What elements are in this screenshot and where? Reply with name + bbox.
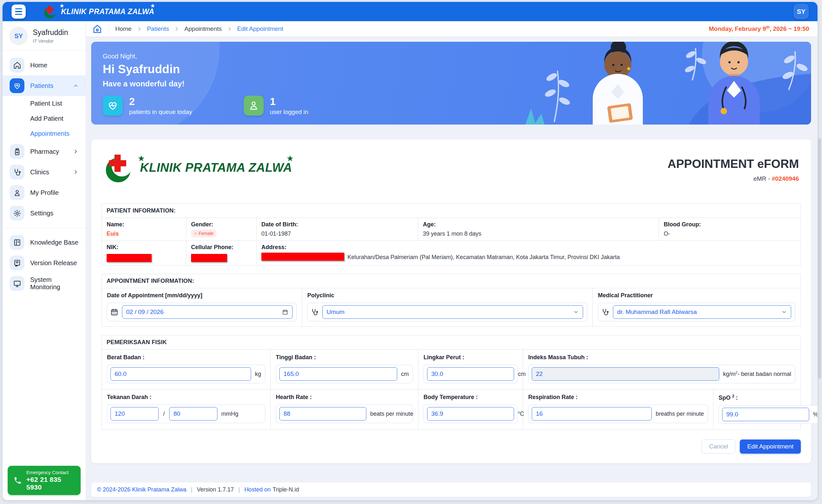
sidebar-item-appointments[interactable]: Appointments [3, 126, 86, 141]
greeting-subtitle: Have a wonderful day! [103, 79, 811, 88]
breadcrumb-appointments[interactable]: Appointments [184, 25, 222, 32]
sidebar-item-home[interactable]: Home [3, 55, 86, 75]
heart-rate-field: Hearth Rate : beats per minute [271, 389, 418, 430]
stat-patients-in-queue: 2 patients in queue today [103, 96, 192, 115]
footer: © 2024-2026 Klinik Pratama Zalwa | Versi… [91, 483, 811, 497]
stethoscope-icon [601, 308, 609, 316]
appointment-information-section: APPOINTMENT INFORMATION: Date of Appoint… [101, 274, 801, 327]
breadcrumb-home-icon[interactable] [92, 24, 102, 34]
spo2-field: SpO 2 : % [714, 389, 818, 430]
heart-rate-input[interactable] [279, 407, 366, 421]
tinggi-badan-input[interactable] [279, 367, 397, 381]
date-of-appointment-input[interactable]: 02 / 09 / 2026 [122, 305, 293, 319]
section-title: PEMERIKSAAN FISIK [102, 336, 801, 350]
hamburger-icon [15, 8, 22, 15]
cancel-button[interactable]: Cancel [702, 440, 735, 454]
patient-gender-cell: Gender: ♀ Female [186, 218, 257, 240]
body-temperature-input[interactable] [427, 407, 514, 421]
appointment-date-field: Date of Appointment [mm/dd/yyyy] 02 / 09… [102, 288, 302, 327]
heart-pulse-icon [103, 96, 123, 115]
page-scrollbar[interactable] [818, 138, 821, 379]
sidebar-item-add-patient[interactable]: Add Patient [3, 111, 86, 126]
calendar-icon [110, 308, 118, 316]
spo2-input[interactable] [722, 408, 809, 421]
patient-name: Euis [107, 230, 181, 237]
current-datetime: Monday, February 9th, 2026 ~ 19:50 [709, 25, 809, 32]
bmi-field: Indeks Massa Tubuh : kg/m2- berat badan … [523, 350, 801, 389]
sidebar-item-patient-list[interactable]: Patient List [3, 96, 86, 111]
tinggi-badan-field: Tinggi Badan : cm [271, 350, 418, 389]
footer-copyright-link[interactable]: © 2024-2026 Klinik Pratama Zalwa [97, 486, 186, 493]
greeting-name: Hi Syafruddin [103, 63, 811, 76]
person-icon [10, 185, 24, 200]
chevron-down-icon [573, 309, 579, 315]
form-clinic-name: ★KLINIK PRATAMA ZALWA★ [140, 161, 292, 175]
polyclinic-select[interactable]: Umum [322, 305, 583, 319]
user-icon [244, 96, 264, 115]
edit-appointment-button[interactable]: Edit Appointment [740, 440, 801, 454]
systolic-input[interactable] [110, 407, 158, 421]
stethoscope-icon [311, 308, 319, 316]
redacted-nik [107, 254, 151, 262]
polyclinic-field: Polyclinic Umum [302, 288, 593, 327]
sidebar-profile: SY Syafruddin IT Vendor [3, 21, 86, 50]
top-navbar: ★KLINIK PRATAMA ZALWA★ SY [3, 2, 818, 21]
sidebar-item-label: Pharmacy [30, 148, 59, 155]
avatar: SY [10, 27, 28, 45]
patient-blood-group: O- [664, 230, 796, 237]
sidebar-item-system-monitoring[interactable]: System Monitoring [3, 273, 86, 294]
breadcrumb-bar: Home Patients Appointments Edit Appointm… [86, 21, 818, 37]
stat-value: 2 [129, 96, 192, 107]
respiration-rate-input[interactable] [532, 407, 652, 421]
chevron-right-icon [227, 26, 232, 31]
practitioner-field: Medical Practitioner dr. Muhammad Rafi A… [593, 288, 801, 327]
sidebar-item-settings[interactable]: Settings [3, 203, 86, 223]
bmi-unit: kg/m2- berat badan normal [723, 371, 791, 378]
bmi-input [532, 367, 719, 381]
diastolic-input[interactable] [169, 407, 218, 421]
sidebar-item-patients[interactable]: Patients [3, 75, 86, 96]
patient-nik-cell: NIK: [102, 241, 186, 265]
breadcrumb: Home Patients Appointments Edit Appointm… [115, 25, 283, 32]
heart-pulse-icon [10, 78, 24, 93]
footer-hosted-link[interactable]: Hosted on [244, 486, 271, 493]
user-menu-button[interactable]: SY [794, 4, 809, 19]
berat-badan-input[interactable] [110, 367, 251, 381]
form-clinic-logo: ★KLINIK PRATAMA ZALWA★ [103, 152, 292, 183]
sidebar-item-label: Clinics [30, 168, 49, 176]
patient-name-cell: Name: Euis [102, 218, 186, 240]
breadcrumb-patients[interactable]: Patients [147, 25, 169, 32]
sidebar-item-clinics[interactable]: Clinics [3, 162, 86, 182]
sidebar-item-label: System Monitoring [30, 276, 79, 291]
stethoscope-icon [10, 165, 24, 179]
lingkar-perut-input[interactable] [427, 367, 514, 381]
emergency-label: Emergency Contact [26, 470, 75, 475]
sidebar-item-pharmacy[interactable]: Pharmacy [3, 141, 86, 162]
practitioner-select[interactable]: dr. Muhammad Rafi Abiwarsa [613, 305, 791, 319]
sidebar-item-knowledge-base[interactable]: Knowledge Base [3, 232, 86, 253]
stat-label: patients in queue today [129, 108, 192, 115]
sidebar-item-label: Home [30, 62, 47, 69]
date-picker-icon[interactable] [282, 309, 288, 315]
star-icon: ★ [138, 154, 144, 163]
clinic-logo-icon [103, 152, 134, 183]
body-temperature-field: Body Temperature : oC [418, 389, 523, 430]
sidebar-divider [3, 228, 86, 228]
section-title: PATIENT INFORMATION: [102, 204, 801, 218]
patient-phone-cell: Cellular Phone: [186, 241, 257, 265]
respiration-rate-field: Respiration Rate : breaths per minute [523, 389, 714, 430]
chevron-right-icon [73, 149, 79, 154]
sidebar-toggle-button[interactable] [12, 4, 26, 19]
sidebar-item-version-release[interactable]: Version Release [3, 253, 86, 273]
sidebar-item-label: Patients [30, 82, 53, 90]
home-icon [10, 58, 24, 73]
emergency-contact-button[interactable]: Emergency Contact +62 21 835 5930 [8, 466, 81, 495]
release-notes-icon [10, 256, 24, 270]
sidebar-item-my-profile[interactable]: My Profile [3, 182, 86, 203]
breadcrumb-current: Edit Appointment [237, 25, 284, 32]
patient-age: 39 years 1 mon 8 days [423, 230, 654, 237]
stat-value: 1 [270, 96, 308, 107]
breadcrumb-home[interactable]: Home [115, 25, 132, 32]
redacted-address [261, 253, 344, 261]
tekanan-darah-field: Tekanan Darah : / mmHg [102, 389, 271, 430]
